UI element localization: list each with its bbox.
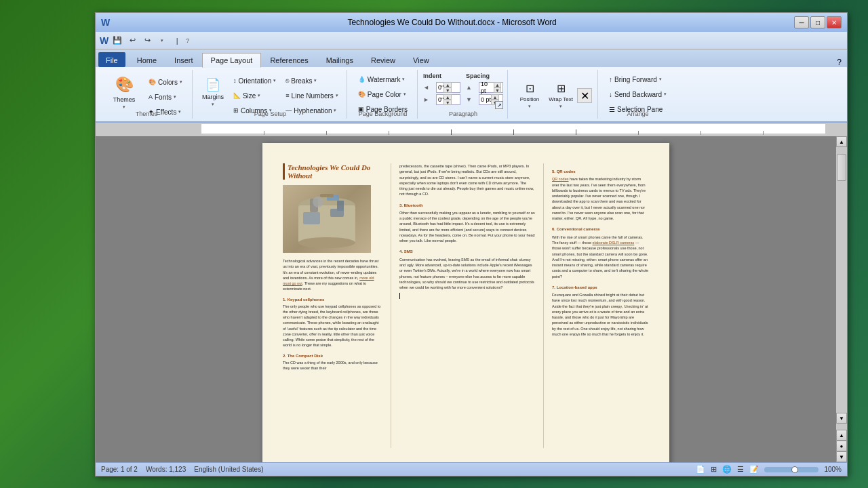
tab-review[interactable]: Review xyxy=(362,52,404,67)
trash-svg xyxy=(290,188,364,249)
zoom-thumb[interactable] xyxy=(791,466,798,473)
ribbon-tab-bar: File Home Insert Page Layout References … xyxy=(96,49,847,67)
indent-right-input[interactable]: 0" ▲ ▼ xyxy=(436,94,460,105)
spacing-before-label: ▲ xyxy=(466,84,477,91)
vertical-scrollbar[interactable]: ▲ ▼ ▲ ● ▼ xyxy=(836,136,847,462)
margins-button[interactable]: 📄 Margins ▾ xyxy=(198,73,228,112)
scroll-down-button[interactable]: ▼ xyxy=(836,413,847,424)
document-scroll[interactable]: Technologies We Could Do Without xyxy=(96,136,836,462)
close-button[interactable]: ✕ xyxy=(827,16,842,28)
col2-continuation: predecessors, the cassette tape (shiver)… xyxy=(399,163,535,197)
ruler-inner xyxy=(201,124,825,135)
cursor xyxy=(399,296,400,300)
view-outline-icon[interactable]: ☰ xyxy=(737,465,744,474)
bring-forward-button[interactable]: ↑ Bring Forward ▾ xyxy=(605,73,671,86)
wrap-text-icon: ⊞ xyxy=(557,82,566,95)
themes-button[interactable]: 🎨 Themes ▾ xyxy=(106,73,142,112)
colors-button[interactable]: 🎨 Colors ▾ xyxy=(144,75,186,89)
scroll-thumb[interactable] xyxy=(837,154,846,181)
save-icon[interactable]: 💾 xyxy=(111,35,123,47)
indent-left-label: ◄ xyxy=(423,84,434,91)
minimize-button[interactable]: ─ xyxy=(794,16,809,28)
orientation-button[interactable]: ↕ Orientation ▾ xyxy=(229,74,280,87)
title-bar: W Technologies We Could Do Without.docx … xyxy=(96,13,847,32)
ribbon-group-paragraph: Indent ◄ 0" ▲ ▼ ► xyxy=(419,70,508,119)
indent-left-row: ◄ 0" ▲ ▼ xyxy=(423,82,460,93)
indent-left-up[interactable]: ▲ xyxy=(443,82,452,87)
zoom-slider[interactable] xyxy=(764,467,818,472)
indent-left-input[interactable]: 0" ▲ ▼ xyxy=(436,82,460,93)
col3-section5-heading: 5. QR codes xyxy=(552,169,649,174)
word-icon: W xyxy=(101,17,110,28)
send-backward-button[interactable]: ↓ Send Backward ▾ xyxy=(605,87,671,101)
tab-mailings[interactable]: Mailings xyxy=(317,52,362,67)
watermark-button[interactable]: 💧 Watermark ▾ xyxy=(354,73,410,86)
spacing-before-input[interactable]: 10 pt ▲ ▼ xyxy=(479,82,503,93)
fonts-button[interactable]: A Fonts ▾ xyxy=(144,90,186,104)
tab-view[interactable]: View xyxy=(404,52,438,67)
wrap-text-button[interactable]: ⊞ Wrap Text ▾ xyxy=(546,76,576,115)
tab-references[interactable]: References xyxy=(261,52,317,67)
line-numbers-button[interactable]: ≡ Line Numbers ▾ xyxy=(281,89,342,102)
redo-icon[interactable]: ↪ xyxy=(141,35,153,47)
column-right: 5. QR codes QR codes have taken the mark… xyxy=(544,163,649,448)
document-title: Technologies We Could Do Without xyxy=(283,163,382,180)
paragraph-group-label: Paragraph xyxy=(419,110,507,117)
status-bar: Page: 1 of 2 Words: 1,123 English (Unite… xyxy=(96,462,847,476)
column-left: Technologies We Could Do Without xyxy=(283,163,391,448)
position-button[interactable]: ⊡ Position ▾ xyxy=(515,76,545,115)
margins-icon: 📄 xyxy=(205,77,220,92)
indent-left-down[interactable]: ▼ xyxy=(443,87,452,93)
help-icon[interactable]: ? xyxy=(186,37,189,44)
page-color-icon: 🎨 xyxy=(358,91,366,98)
tab-insert[interactable]: Insert xyxy=(165,52,202,67)
customize-quick-access-icon[interactable]: ▾ xyxy=(156,35,168,47)
svg-rect-9 xyxy=(320,194,334,197)
position-icon: ⊡ xyxy=(526,82,534,95)
spacing-before-up[interactable]: ▲ xyxy=(494,82,501,87)
spacing-before-down[interactable]: ▼ xyxy=(494,87,501,93)
tab-file[interactable]: File xyxy=(98,52,125,67)
spacing-group: Spacing ▲ 10 pt ▲ ▼ xyxy=(466,73,503,105)
fonts-icon: A xyxy=(149,94,153,100)
view-fullscreen-icon[interactable]: ⊞ xyxy=(711,465,717,474)
indent-right-up[interactable]: ▲ xyxy=(443,94,452,100)
tab-home[interactable]: Home xyxy=(128,52,165,67)
ribbon-group-page-background: 💧 Watermark ▾ 🎨 Page Color ▾ ▣ Page Bord… xyxy=(349,70,418,119)
col2-section3-heading: 3. Bluetooth xyxy=(399,203,535,208)
breaks-button[interactable]: ⎋ Breaks ▾ xyxy=(281,74,342,87)
ribbon-content: 🎨 Themes ▾ 🎨 Colors ▾ A Fonts xyxy=(96,67,847,123)
svg-point-2 xyxy=(298,237,355,248)
qat-separator: | xyxy=(171,35,183,47)
page-color-button[interactable]: 🎨 Page Color ▾ xyxy=(354,87,410,101)
scroll-up-button[interactable]: ▲ xyxy=(836,136,847,147)
browse-prev-button[interactable]: ▲ xyxy=(836,430,847,441)
browse-next-button[interactable]: ▼ xyxy=(836,451,847,462)
undo-icon[interactable]: ↩ xyxy=(126,35,138,47)
col2-section3-body: Other than successfully making you appea… xyxy=(399,210,535,244)
spacing-after-up[interactable]: ▲ xyxy=(491,94,499,100)
tab-page-layout[interactable]: Page Layout xyxy=(202,53,262,68)
document-image xyxy=(283,185,371,253)
arrange-group-label: Arrange xyxy=(599,110,676,117)
view-draft-icon[interactable]: 📝 xyxy=(749,465,759,474)
ribbon-group-arrange: ↑ Bring Forward ▾ ↓ Send Backward ▾ ☰ Se… xyxy=(599,70,676,119)
send-backward-icon: ↓ xyxy=(609,91,612,98)
restore-button[interactable]: □ xyxy=(810,16,825,28)
paragraph-launcher[interactable]: ↗ xyxy=(495,101,503,109)
clear-button[interactable]: ✕ xyxy=(577,88,592,103)
document-area: Technologies We Could Do Without xyxy=(96,136,847,462)
svg-point-6 xyxy=(313,197,323,207)
view-print-icon[interactable]: 📄 xyxy=(696,465,705,474)
indent-right-row: ► 0" ▲ ▼ xyxy=(423,94,460,105)
indent-right-down[interactable]: ▼ xyxy=(443,100,452,105)
size-button[interactable]: 📐 Size ▾ xyxy=(229,89,280,102)
window-controls: ─ □ ✕ xyxy=(794,16,842,28)
help-ribbon-icon[interactable]: ? xyxy=(834,58,844,67)
view-web-icon[interactable]: 🌐 xyxy=(722,465,732,474)
col3-section7-heading: 7. Location-based apps xyxy=(552,285,649,290)
scroll-track[interactable] xyxy=(836,181,847,413)
browse-obj-button[interactable]: ● xyxy=(836,441,847,451)
section-2-body-partial: The CD was a thing of the early 2000s, a… xyxy=(283,360,382,371)
ribbon-group-themes: 🎨 Themes ▾ 🎨 Colors ▾ A Fonts xyxy=(101,70,193,119)
